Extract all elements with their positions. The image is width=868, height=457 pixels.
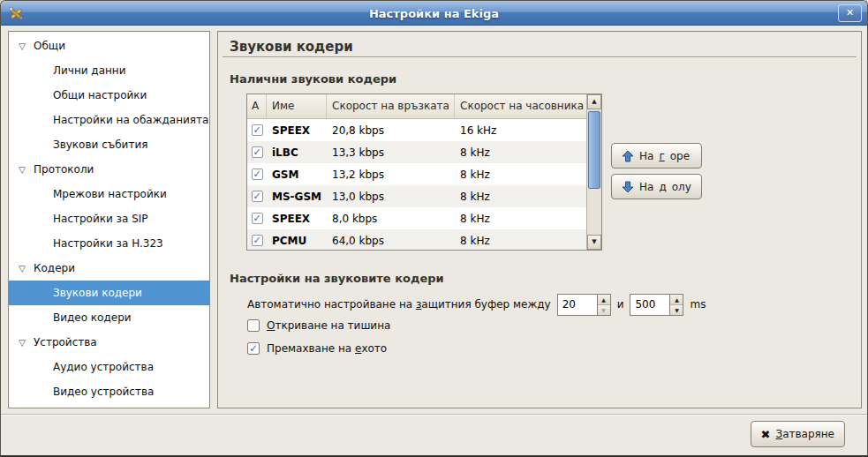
column-header-active[interactable]: А: [247, 94, 267, 118]
codec-table-body: ✓ SPEEX 20,8 kbps 16 kHz ✓ iLBC 13,3 kbp…: [247, 119, 586, 250]
sidebar-item-audio-devices[interactable]: Аудио устройства: [9, 355, 209, 379]
echo-cancellation-checkbox[interactable]: ✓: [247, 342, 260, 355]
codec-checkbox[interactable]: ✓: [252, 169, 263, 180]
spin-down-icon[interactable]: ▼: [598, 305, 610, 315]
sidebar-item-video-devices[interactable]: Видео устройства: [9, 379, 209, 404]
echo-cancellation-label: Премахване на ехото: [267, 342, 387, 355]
close-button[interactable]: ✖Затваряне: [751, 421, 845, 447]
column-header-name[interactable]: Име: [267, 94, 327, 118]
preferences-dialog: Настройки на Ekiga ✕ ▽Общи Лични данни О…: [0, 0, 868, 457]
titlebar[interactable]: Настройки на Ekiga ✕: [1, 1, 867, 26]
sidebar-item-network-settings[interactable]: Мрежови настройки: [9, 182, 209, 206]
window-title: Настройки на Ekiga: [1, 1, 867, 26]
sidebar-item-sip-settings[interactable]: Настройки за SIP: [9, 206, 209, 231]
codec-checkbox[interactable]: ✓: [252, 213, 263, 224]
sidebar-item-video-codecs[interactable]: Видео кодери: [9, 305, 209, 330]
silence-detection-row[interactable]: Откриване на тишина: [247, 319, 390, 332]
silence-detection-label: Откриване на тишина: [267, 319, 390, 332]
vertical-scrollbar[interactable]: ▲ ▼: [586, 94, 601, 250]
codec-table: А Име Скорост на връзката Скорост на час…: [246, 94, 602, 251]
close-icon: ✕: [846, 7, 854, 19]
sidebar-item-devices[interactable]: ▽Устройства: [9, 330, 209, 355]
sidebar-item-general-settings[interactable]: Общи настройки: [9, 83, 209, 108]
spin-up-icon[interactable]: ▲: [670, 295, 683, 305]
jitter-max-value[interactable]: 500: [630, 295, 669, 315]
table-row[interactable]: ✓ MS-GSM 13,0 kbps 8 kHz: [247, 185, 586, 207]
echo-cancellation-row[interactable]: ✓ Премахване на ехото: [247, 342, 387, 355]
spin-up-icon[interactable]: ▲: [598, 295, 610, 305]
sidebar-item-call-options[interactable]: Настройки на обажданията: [9, 108, 209, 132]
move-up-button[interactable]: Нагоре: [611, 143, 702, 169]
sidebar-item-sound-events[interactable]: Звукови събития: [9, 132, 209, 157]
silence-detection-checkbox[interactable]: [247, 319, 260, 332]
scrollbar-thumb[interactable]: [588, 111, 600, 189]
expander-icon[interactable]: ▽: [16, 338, 28, 348]
sidebar-item-general[interactable]: ▽Общи: [9, 34, 209, 58]
table-row[interactable]: ✓ SPEEX 20,8 kbps 16 kHz: [247, 119, 586, 141]
close-button-label: Затваряне: [775, 428, 834, 440]
sidebar-item-h323-settings[interactable]: Настройки за H.323: [9, 231, 209, 256]
divider: [223, 56, 857, 58]
available-codecs-heading: Налични звукови кодери: [230, 72, 396, 86]
up-arrow-icon: [622, 150, 634, 162]
page-title: Звукови кодери: [230, 39, 353, 55]
codec-table-header: А Име Скорост на връзката Скорост на час…: [247, 94, 601, 119]
jitter-max-spinbox[interactable]: 500 ▲ ▼: [630, 294, 683, 316]
codec-checkbox[interactable]: ✓: [252, 124, 263, 136]
unit-label: ms: [690, 298, 706, 311]
scroll-up-icon[interactable]: ▲: [587, 94, 601, 109]
table-row[interactable]: ✓ PCMU 64,0 kbps 8 kHz: [247, 229, 586, 250]
sidebar-item-codecs[interactable]: ▽Кодери: [9, 256, 209, 281]
codec-checkbox[interactable]: ✓: [252, 191, 263, 202]
expander-icon[interactable]: ▽: [16, 264, 28, 273]
table-row[interactable]: ✓ GSM 13,2 kbps 8 kHz: [247, 163, 586, 185]
down-arrow-icon: [622, 181, 634, 193]
move-down-button[interactable]: Надолу: [611, 174, 702, 199]
close-x-icon: ✖: [761, 428, 771, 441]
audio-codecs-page: Звукови кодери Налични звукови кодери А …: [217, 31, 862, 408]
table-row[interactable]: ✓ SPEEX 8,0 kbps 8 kHz: [247, 207, 586, 229]
scroll-down-icon[interactable]: ▼: [587, 235, 601, 250]
jitter-buffer-label: Автоматично настройване на защитния буфе…: [247, 298, 551, 311]
expander-icon[interactable]: ▽: [16, 165, 28, 175]
table-row[interactable]: ✓ iLBC 13,3 kbps 8 kHz: [247, 141, 586, 163]
codec-settings-heading: Настройки на звуковите кодери: [230, 272, 444, 285]
preferences-tree: ▽Общи Лични данни Общи настройки Настрой…: [8, 31, 210, 408]
column-header-clockrate[interactable]: Скорост на часовника: [455, 94, 601, 118]
sidebar-item-personal-data[interactable]: Лични данни: [9, 58, 209, 83]
expander-icon[interactable]: ▽: [16, 41, 28, 51]
jitter-min-value[interactable]: 20: [558, 295, 597, 315]
sidebar-item-audio-codecs[interactable]: Звукови кодери: [9, 281, 209, 305]
codec-checkbox[interactable]: ✓: [252, 146, 263, 158]
codec-checkbox[interactable]: ✓: [252, 235, 263, 246]
and-label: и: [617, 298, 624, 311]
jitter-min-spinbox[interactable]: 20 ▲ ▼: [557, 294, 611, 316]
window-close-button[interactable]: ✕: [838, 4, 862, 22]
column-header-bitrate[interactable]: Скорост на връзката: [327, 94, 455, 118]
spin-down-icon[interactable]: ▼: [670, 305, 683, 315]
footer-divider: [1, 414, 867, 416]
sidebar-item-protocols[interactable]: ▽Протоколи: [9, 157, 209, 182]
